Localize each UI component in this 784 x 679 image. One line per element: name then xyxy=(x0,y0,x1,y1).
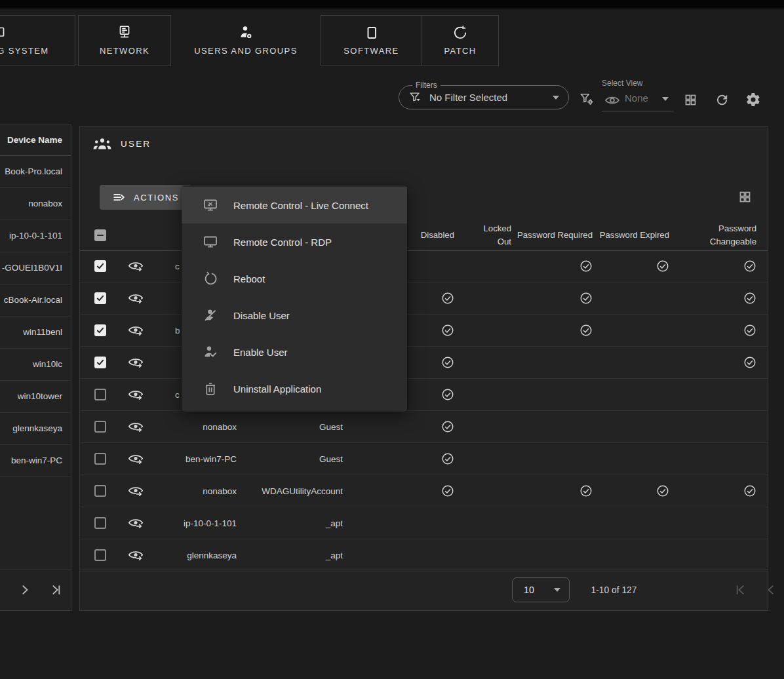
column-header-locked-out: Locked Out xyxy=(460,220,517,250)
select-view-value[interactable]: None xyxy=(625,92,648,104)
password-changeable-cell xyxy=(675,282,768,314)
locked-out-cell xyxy=(460,379,517,410)
view-user-icon[interactable] xyxy=(128,451,144,467)
menu-item-remote-control-rdp[interactable]: Remote Control - RDP xyxy=(182,223,407,260)
menu-item-uninstall-application[interactable]: Uninstall Application xyxy=(182,370,407,407)
view-user-icon[interactable] xyxy=(128,547,144,563)
last-page-icon[interactable] xyxy=(49,583,63,597)
row-checkbox[interactable] xyxy=(94,485,106,497)
tab-users-and-groups[interactable]: USERS AND GROUPS xyxy=(171,15,321,66)
device-row[interactable]: win10tower xyxy=(0,381,71,413)
user-name-cell: _apt xyxy=(252,539,359,571)
disabled-cell xyxy=(359,411,460,442)
tab-network[interactable]: NETWORK xyxy=(78,15,171,66)
actions-button[interactable]: ACTIONS xyxy=(100,185,191,210)
first-page-icon[interactable] xyxy=(734,583,748,597)
device-row[interactable]: ip-10-0-1-101 xyxy=(0,220,71,252)
tab-patch[interactable]: PATCH xyxy=(421,15,499,66)
row-checkbox[interactable] xyxy=(94,357,106,368)
view-user-icon[interactable] xyxy=(128,258,144,274)
next-page-icon[interactable] xyxy=(18,583,32,597)
remote-control-live-connect-icon xyxy=(203,197,218,213)
grid-view-icon[interactable] xyxy=(684,93,697,107)
checkbox-check-icon xyxy=(96,294,105,303)
password-expired-cell xyxy=(598,475,675,507)
menu-item-label: Remote Control - Live Connect xyxy=(233,200,368,211)
device-row[interactable]: cBook-Air.local xyxy=(0,284,71,317)
password-expired-cell xyxy=(598,347,675,378)
filter-settings-icon[interactable] xyxy=(579,92,595,107)
password-expired-cell xyxy=(598,507,675,539)
view-user-icon[interactable] xyxy=(128,387,144,402)
filter-funnel-icon xyxy=(408,90,423,105)
device-name-cell: nonabox xyxy=(151,475,252,507)
view-user-icon[interactable] xyxy=(128,355,144,370)
menu-item-reboot[interactable]: Reboot xyxy=(182,260,407,297)
view-user-icon[interactable] xyxy=(128,483,144,499)
password-expired-cell xyxy=(598,411,675,442)
menu-item-label: Disable User xyxy=(233,310,290,321)
row-checkbox[interactable] xyxy=(94,421,106,433)
chevron-down-icon xyxy=(553,96,559,100)
row-checkbox[interactable] xyxy=(94,549,106,561)
device-row[interactable]: -GOUEI1B0V1I xyxy=(0,252,71,284)
menu-item-remote-control-live-connect[interactable]: Remote Control - Live Connect xyxy=(182,187,407,223)
row-checkbox[interactable] xyxy=(94,453,106,465)
refresh-icon[interactable] xyxy=(715,92,730,107)
filters-dropdown[interactable]: Filters No Filter Selected xyxy=(399,85,569,109)
device-name-cell: ip-10-0-1-101 xyxy=(151,507,252,539)
filters-value: No Filter Selected xyxy=(429,92,553,103)
previous-page-icon[interactable] xyxy=(764,583,778,597)
device-list-pagination xyxy=(0,570,71,610)
menu-item-enable-user[interactable]: Enable User xyxy=(182,334,407,370)
locked-out-cell xyxy=(460,347,517,378)
filters-label: Filters xyxy=(412,81,441,90)
device-list: Book-Pro.localnonaboxip-10-0-1-101-GOUEI… xyxy=(0,156,71,477)
row-checkbox[interactable] xyxy=(94,324,106,336)
select-all-checkbox[interactable] xyxy=(94,229,106,241)
users-and-groups-icon xyxy=(237,24,254,42)
row-checkbox[interactable] xyxy=(94,389,106,400)
settings-gear-icon[interactable] xyxy=(745,92,761,107)
device-row[interactable]: Book-Pro.local xyxy=(0,156,71,188)
view-user-icon[interactable] xyxy=(128,515,144,531)
view-user-icon[interactable] xyxy=(128,322,144,338)
password-required-cell xyxy=(517,315,598,346)
password-required-check-icon xyxy=(579,292,593,305)
device-row[interactable]: win10lc xyxy=(0,349,71,381)
device-row[interactable]: glennkaseya xyxy=(0,413,71,445)
menu-item-disable-user[interactable]: Disable User xyxy=(182,297,407,334)
remote-control-rdp-icon xyxy=(203,234,218,250)
disabled-check-icon xyxy=(441,484,454,497)
reboot-icon xyxy=(203,271,218,286)
locked-out-cell xyxy=(460,411,517,442)
disabled-check-icon xyxy=(441,356,454,369)
actions-dropdown-menu: Remote Control - Live Connect Remote Con… xyxy=(182,185,407,412)
locked-out-cell xyxy=(460,443,517,475)
view-user-icon[interactable] xyxy=(128,290,144,306)
row-checkbox[interactable] xyxy=(94,517,106,529)
grid-view-icon[interactable] xyxy=(738,190,752,204)
disabled-check-icon xyxy=(441,452,454,465)
tab-operating-system[interactable]: OPERATING SYSTEM xyxy=(0,15,75,66)
row-checkbox[interactable] xyxy=(94,292,106,304)
tab-label: PATCH xyxy=(444,46,476,56)
disabled-cell xyxy=(359,507,460,539)
locked-out-cell xyxy=(460,282,517,314)
disabled-check-icon xyxy=(441,292,454,305)
rows-per-page-select[interactable]: 10 xyxy=(512,577,570,602)
checkbox-check-icon xyxy=(96,262,105,271)
password-changeable-cell xyxy=(675,443,768,475)
device-row[interactable]: ben-win7-PC xyxy=(0,445,71,477)
password-expired-cell xyxy=(598,539,675,571)
view-user-icon[interactable] xyxy=(128,419,144,435)
actions-button-label: ACTIONS xyxy=(134,193,179,203)
device-row[interactable]: win11benl xyxy=(0,317,71,349)
row-checkbox[interactable] xyxy=(94,260,106,272)
chevron-down-icon[interactable] xyxy=(662,97,669,101)
network-icon xyxy=(116,24,133,42)
disabled-check-icon xyxy=(441,324,454,337)
device-row[interactable]: nonabox xyxy=(0,188,71,220)
tab-software[interactable]: SOFTWARE xyxy=(321,15,422,66)
view-column-header xyxy=(121,220,151,250)
